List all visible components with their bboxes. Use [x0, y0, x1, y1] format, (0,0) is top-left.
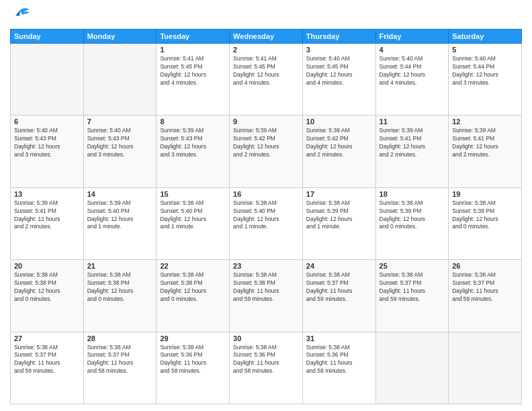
week-row-4: 27Sunrise: 5:38 AM Sunset: 5:37 PM Dayli… [11, 332, 522, 404]
day-info: Sunrise: 5:39 AM Sunset: 5:43 PM Dayligh… [160, 127, 226, 159]
day-cell: 23Sunrise: 5:38 AM Sunset: 5:38 PM Dayli… [230, 260, 303, 332]
day-cell: 9Sunrise: 5:39 AM Sunset: 5:42 PM Daylig… [230, 116, 303, 187]
day-info: Sunrise: 5:39 AM Sunset: 5:41 PM Dayligh… [452, 127, 518, 159]
day-info: Sunrise: 5:40 AM Sunset: 5:45 PM Dayligh… [306, 55, 372, 87]
day-number: 2 [233, 46, 299, 54]
day-info: Sunrise: 5:38 AM Sunset: 5:37 PM Dayligh… [14, 344, 80, 376]
day-number: 13 [14, 190, 80, 198]
day-info: Sunrise: 5:40 AM Sunset: 5:43 PM Dayligh… [87, 127, 153, 159]
header-row: SundayMondayTuesdayWednesdayThursdayFrid… [11, 30, 522, 44]
day-cell: 4Sunrise: 5:40 AM Sunset: 5:44 PM Daylig… [375, 44, 449, 116]
calendar: SundayMondayTuesdayWednesdayThursdayFrid… [10, 29, 522, 404]
day-number: 20 [14, 262, 80, 270]
header [10, 7, 522, 24]
day-cell: 25Sunrise: 5:38 AM Sunset: 5:37 PM Dayli… [375, 260, 449, 332]
day-cell: 15Sunrise: 5:38 AM Sunset: 5:40 PM Dayli… [157, 187, 230, 259]
day-info: Sunrise: 5:39 AM Sunset: 5:40 PM Dayligh… [87, 199, 153, 232]
day-cell: 30Sunrise: 5:38 AM Sunset: 5:36 PM Dayli… [230, 332, 303, 404]
day-cell: 28Sunrise: 5:38 AM Sunset: 5:37 PM Dayli… [83, 332, 157, 404]
day-number: 5 [452, 46, 518, 54]
day-number: 30 [233, 334, 299, 342]
day-cell: 11Sunrise: 5:39 AM Sunset: 5:41 PM Dayli… [375, 116, 449, 187]
day-number: 12 [452, 118, 518, 126]
day-number: 23 [233, 262, 299, 270]
header-cell-saturday: Saturday [449, 30, 522, 44]
day-info: Sunrise: 5:38 AM Sunset: 5:40 PM Dayligh… [160, 199, 226, 232]
day-cell: 8Sunrise: 5:39 AM Sunset: 5:43 PM Daylig… [157, 116, 230, 187]
day-info: Sunrise: 5:38 AM Sunset: 5:36 PM Dayligh… [160, 344, 226, 376]
day-number: 8 [160, 118, 226, 126]
day-cell: 16Sunrise: 5:38 AM Sunset: 5:40 PM Dayli… [230, 187, 303, 259]
day-number: 18 [380, 190, 445, 198]
day-cell: 20Sunrise: 5:38 AM Sunset: 5:38 PM Dayli… [11, 260, 84, 332]
week-row-0: 1Sunrise: 5:41 AM Sunset: 5:45 PM Daylig… [11, 44, 522, 116]
day-info: Sunrise: 5:38 AM Sunset: 5:40 PM Dayligh… [233, 199, 299, 232]
day-info: Sunrise: 5:41 AM Sunset: 5:45 PM Dayligh… [160, 55, 226, 87]
day-number: 6 [14, 118, 80, 126]
day-number: 17 [306, 190, 372, 198]
header-cell-wednesday: Wednesday [230, 30, 303, 44]
day-info: Sunrise: 5:39 AM Sunset: 5:41 PM Dayligh… [14, 199, 80, 232]
day-number: 21 [87, 262, 153, 270]
day-number: 22 [160, 262, 226, 270]
day-number: 29 [160, 334, 226, 342]
header-cell-tuesday: Tuesday [157, 30, 230, 44]
week-row-3: 20Sunrise: 5:38 AM Sunset: 5:38 PM Dayli… [11, 260, 522, 332]
logo [10, 7, 33, 24]
day-info: Sunrise: 5:38 AM Sunset: 5:39 PM Dayligh… [452, 199, 518, 232]
day-info: Sunrise: 5:38 AM Sunset: 5:36 PM Dayligh… [233, 344, 299, 376]
day-cell: 6Sunrise: 5:40 AM Sunset: 5:43 PM Daylig… [11, 116, 84, 187]
week-row-1: 6Sunrise: 5:40 AM Sunset: 5:43 PM Daylig… [11, 116, 522, 187]
day-info: Sunrise: 5:38 AM Sunset: 5:37 PM Dayligh… [306, 271, 372, 304]
day-cell: 5Sunrise: 5:40 AM Sunset: 5:44 PM Daylig… [449, 44, 522, 116]
day-cell: 22Sunrise: 5:38 AM Sunset: 5:38 PM Dayli… [157, 260, 230, 332]
day-cell: 31Sunrise: 5:38 AM Sunset: 5:36 PM Dayli… [302, 332, 375, 404]
day-info: Sunrise: 5:39 AM Sunset: 5:41 PM Dayligh… [380, 127, 445, 159]
day-info: Sunrise: 5:41 AM Sunset: 5:45 PM Dayligh… [233, 55, 299, 87]
day-cell [83, 44, 157, 116]
week-row-2: 13Sunrise: 5:39 AM Sunset: 5:41 PM Dayli… [11, 187, 522, 259]
header-cell-thursday: Thursday [302, 30, 375, 44]
day-info: Sunrise: 5:40 AM Sunset: 5:43 PM Dayligh… [14, 127, 80, 159]
day-number: 3 [306, 46, 372, 54]
day-cell: 1Sunrise: 5:41 AM Sunset: 5:45 PM Daylig… [157, 44, 230, 116]
day-cell: 14Sunrise: 5:39 AM Sunset: 5:40 PM Dayli… [83, 187, 157, 259]
day-info: Sunrise: 5:38 AM Sunset: 5:38 PM Dayligh… [87, 271, 153, 304]
day-number: 26 [452, 262, 518, 270]
day-cell: 29Sunrise: 5:38 AM Sunset: 5:36 PM Dayli… [157, 332, 230, 404]
day-info: Sunrise: 5:39 AM Sunset: 5:42 PM Dayligh… [233, 127, 299, 159]
day-cell: 21Sunrise: 5:38 AM Sunset: 5:38 PM Dayli… [83, 260, 157, 332]
day-cell: 10Sunrise: 5:39 AM Sunset: 5:42 PM Dayli… [302, 116, 375, 187]
day-info: Sunrise: 5:38 AM Sunset: 5:37 PM Dayligh… [380, 271, 445, 304]
day-cell: 19Sunrise: 5:38 AM Sunset: 5:39 PM Dayli… [449, 187, 522, 259]
calendar-body: 1Sunrise: 5:41 AM Sunset: 5:45 PM Daylig… [11, 44, 522, 404]
day-cell: 26Sunrise: 5:38 AM Sunset: 5:37 PM Dayli… [449, 260, 522, 332]
day-info: Sunrise: 5:38 AM Sunset: 5:36 PM Dayligh… [306, 344, 372, 376]
day-info: Sunrise: 5:40 AM Sunset: 5:44 PM Dayligh… [452, 55, 518, 87]
day-number: 27 [14, 334, 80, 342]
day-cell [11, 44, 84, 116]
day-info: Sunrise: 5:38 AM Sunset: 5:38 PM Dayligh… [160, 271, 226, 304]
day-cell: 2Sunrise: 5:41 AM Sunset: 5:45 PM Daylig… [230, 44, 303, 116]
day-cell: 27Sunrise: 5:38 AM Sunset: 5:37 PM Dayli… [11, 332, 84, 404]
logo-icon [10, 7, 30, 24]
day-cell [375, 332, 449, 404]
day-info: Sunrise: 5:39 AM Sunset: 5:42 PM Dayligh… [306, 127, 372, 159]
day-number: 4 [380, 46, 445, 54]
day-cell [449, 332, 522, 404]
day-cell: 7Sunrise: 5:40 AM Sunset: 5:43 PM Daylig… [83, 116, 157, 187]
day-number: 25 [380, 262, 445, 270]
day-cell: 18Sunrise: 5:38 AM Sunset: 5:39 PM Dayli… [375, 187, 449, 259]
day-number: 28 [87, 334, 153, 342]
day-number: 7 [87, 118, 153, 126]
day-number: 10 [306, 118, 372, 126]
day-info: Sunrise: 5:38 AM Sunset: 5:37 PM Dayligh… [452, 271, 518, 304]
day-info: Sunrise: 5:38 AM Sunset: 5:38 PM Dayligh… [233, 271, 299, 304]
day-number: 9 [233, 118, 299, 126]
header-cell-friday: Friday [375, 30, 449, 44]
day-info: Sunrise: 5:38 AM Sunset: 5:39 PM Dayligh… [380, 199, 445, 232]
header-cell-sunday: Sunday [11, 30, 84, 44]
day-info: Sunrise: 5:40 AM Sunset: 5:44 PM Dayligh… [380, 55, 445, 87]
day-number: 19 [452, 190, 518, 198]
calendar-header: SundayMondayTuesdayWednesdayThursdayFrid… [11, 30, 522, 44]
